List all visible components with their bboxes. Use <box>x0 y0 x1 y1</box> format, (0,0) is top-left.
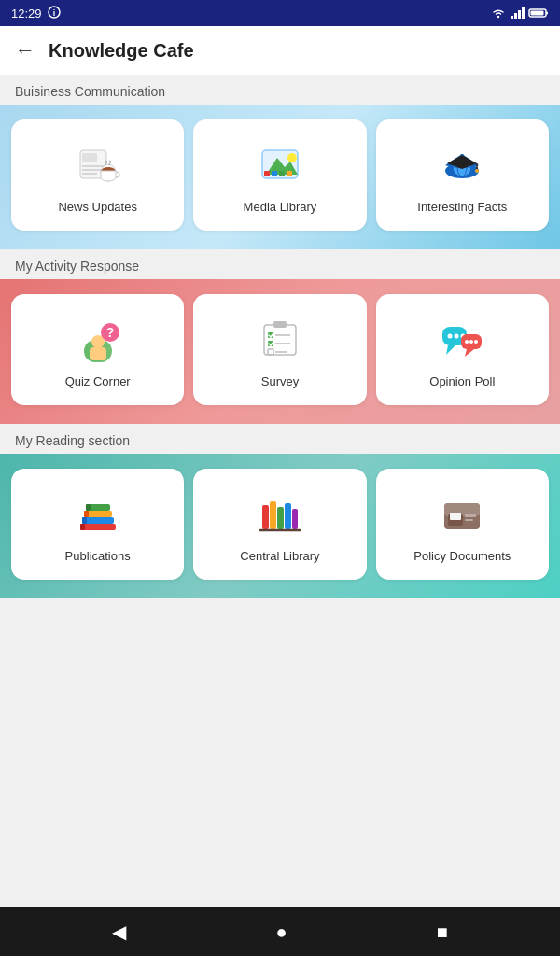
back-button[interactable]: ← <box>15 38 35 63</box>
section-band-my-activity: ? Quiz Corner Survey Opinion Poll <box>0 279 560 424</box>
svg-rect-73 <box>450 513 461 520</box>
svg-rect-9 <box>531 11 544 16</box>
svg-rect-66 <box>277 507 284 529</box>
media-library-icon <box>254 138 306 190</box>
publications-icon <box>72 487 124 540</box>
central-library-icon <box>254 487 306 540</box>
card-policy-documents[interactable]: Policy Documents <box>376 469 549 580</box>
svg-rect-38 <box>264 325 296 355</box>
svg-rect-39 <box>273 321 287 328</box>
svg-rect-65 <box>270 501 276 529</box>
card-opinion-poll[interactable]: Opinion Poll <box>376 294 549 405</box>
section-label-my-activity: My Activity Response <box>0 249 560 279</box>
card-central-library[interactable]: Central Library <box>193 469 366 580</box>
opinion-poll-icon <box>436 313 488 365</box>
bottom-nav: ◀ ● ■ <box>0 907 560 956</box>
svg-rect-11 <box>82 153 97 162</box>
signal-icon <box>510 7 525 20</box>
interesting-facts-label: Interesting Facts <box>417 200 507 216</box>
survey-label: Survey <box>261 374 299 390</box>
status-icon: i <box>48 6 61 21</box>
cards-grid-my-reading: Publications Central Library Policy Docu… <box>11 469 549 580</box>
svg-rect-3 <box>511 16 513 19</box>
page-title: Knowledge Cafe <box>49 40 194 62</box>
time: 12:29 <box>11 7 42 21</box>
svg-rect-35 <box>90 347 106 360</box>
nav-square-button[interactable]: ■ <box>437 921 448 943</box>
svg-rect-4 <box>514 13 517 19</box>
svg-text:?: ? <box>105 325 114 340</box>
svg-rect-6 <box>522 7 525 19</box>
media-library-label: Media Library <box>244 200 317 216</box>
svg-point-49 <box>455 333 459 338</box>
svg-text:i: i <box>52 8 55 18</box>
section-band-business-comm: News Updates Media Library Interesting F… <box>0 105 560 249</box>
svg-point-31 <box>475 169 479 173</box>
status-right <box>491 7 549 20</box>
svg-point-18 <box>287 153 297 162</box>
survey-icon <box>254 313 306 365</box>
svg-rect-56 <box>80 524 116 530</box>
svg-rect-62 <box>84 511 89 517</box>
cards-grid-my-activity: ? Quiz Corner Survey Opinion Poll <box>11 294 549 405</box>
svg-rect-21 <box>279 171 285 176</box>
card-interesting-facts[interactable]: Interesting Facts <box>376 120 549 231</box>
nav-back-button[interactable]: ◀ <box>112 921 126 943</box>
interesting-facts-icon <box>436 138 488 190</box>
svg-rect-5 <box>518 10 521 19</box>
svg-rect-75 <box>465 519 473 521</box>
policy-documents-label: Policy Documents <box>413 549 511 565</box>
card-publications[interactable]: Publications <box>11 469 184 580</box>
card-media-library[interactable]: Media Library <box>193 120 366 231</box>
news-updates-icon <box>72 138 124 190</box>
svg-rect-71 <box>444 503 480 516</box>
cards-grid-business-comm: News Updates Media Library Interesting F… <box>11 120 549 231</box>
svg-point-54 <box>469 340 473 344</box>
card-quiz-corner[interactable]: ? Quiz Corner <box>11 294 184 405</box>
svg-rect-68 <box>292 509 298 529</box>
svg-point-53 <box>465 340 469 344</box>
svg-rect-64 <box>262 505 269 529</box>
svg-rect-22 <box>287 171 292 176</box>
svg-rect-8 <box>546 12 548 15</box>
svg-rect-74 <box>465 514 476 517</box>
svg-rect-20 <box>272 171 277 176</box>
news-updates-label: News Updates <box>58 200 137 216</box>
svg-rect-63 <box>86 504 91 511</box>
wifi-icon <box>491 7 506 20</box>
svg-rect-57 <box>82 517 114 524</box>
content-area: Buisiness Communication News Updates Med… <box>0 75 560 907</box>
quiz-corner-label: Quiz Corner <box>65 374 131 390</box>
svg-point-48 <box>448 333 453 338</box>
svg-marker-52 <box>465 349 474 357</box>
section-label-my-reading: My Reading section <box>0 424 560 454</box>
svg-rect-67 <box>285 503 291 529</box>
svg-rect-60 <box>80 524 85 530</box>
battery-icon <box>528 7 549 20</box>
svg-rect-19 <box>264 171 270 176</box>
opinion-poll-label: Opinion Poll <box>429 374 495 390</box>
section-band-my-reading: Publications Central Library Policy Docu… <box>0 454 560 598</box>
svg-point-55 <box>474 340 478 344</box>
status-bar: 12:29 i <box>0 0 560 26</box>
policy-documents-icon <box>436 487 488 540</box>
publications-label: Publications <box>65 549 131 565</box>
section-label-business-comm: Buisiness Communication <box>0 75 560 105</box>
svg-rect-61 <box>82 517 87 524</box>
nav-home-button[interactable]: ● <box>275 921 287 943</box>
quiz-corner-icon: ? <box>72 313 124 365</box>
status-left: 12:29 i <box>11 6 61 21</box>
top-bar: ← Knowledge Cafe <box>0 26 560 75</box>
card-news-updates[interactable]: News Updates <box>11 120 184 231</box>
card-survey[interactable]: Survey <box>193 294 366 405</box>
central-library-label: Central Library <box>240 549 319 565</box>
svg-point-2 <box>497 16 499 18</box>
svg-marker-47 <box>446 345 455 355</box>
